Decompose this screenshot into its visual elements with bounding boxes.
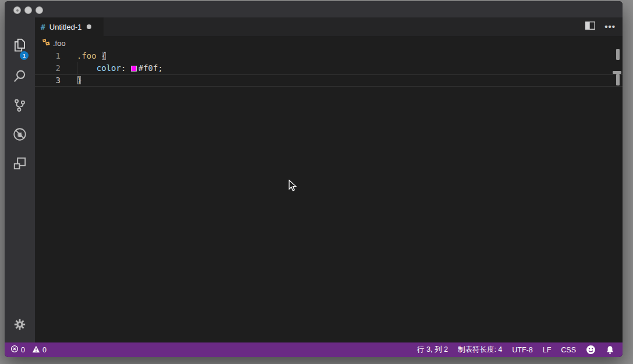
- code-line[interactable]: 2 color: #f0f;: [35, 62, 623, 74]
- error-count: 0: [21, 346, 25, 354]
- status-bar: 0 0 行 3, 列 2 制表符长度: 4 UTF-8 LF CSS: [5, 342, 623, 357]
- sidebar-item-explorer[interactable]: 1: [5, 38, 35, 56]
- tab-untitled-1[interactable]: # Untitled-1: [35, 17, 104, 36]
- code-line[interactable]: 1 .foo {: [35, 50, 623, 62]
- css-file-icon: #: [41, 23, 45, 31]
- problems-warnings[interactable]: 0: [32, 345, 47, 355]
- editor[interactable]: 1 .foo { 2 color: #f0f; 3 }: [35, 50, 623, 342]
- warning-count: 0: [42, 346, 47, 354]
- tab-label: Untitled-1: [49, 23, 82, 31]
- close-brace: }: [77, 76, 81, 85]
- color-swatch[interactable]: [131, 66, 137, 72]
- sidebar-item-search[interactable]: [5, 69, 35, 86]
- gear-icon: [13, 318, 26, 333]
- sidebar-item-debug[interactable]: [5, 127, 35, 144]
- line-number: 1: [35, 50, 61, 62]
- code-line-active[interactable]: 3 }: [35, 74, 623, 87]
- line-number: 3: [35, 75, 61, 86]
- overview-ruler-mark: [616, 49, 620, 60]
- minimize-button[interactable]: [24, 6, 32, 14]
- notifications-bell-icon[interactable]: [606, 345, 614, 355]
- activity-bar: 1: [5, 17, 35, 342]
- git-branch-icon: [12, 98, 27, 115]
- eol-indicator[interactable]: LF: [543, 346, 552, 354]
- warning-icon: [32, 345, 40, 355]
- language-mode[interactable]: CSS: [561, 346, 576, 354]
- modified-indicator[interactable]: [87, 24, 91, 29]
- cursor-position[interactable]: 行 3, 列 2: [417, 345, 448, 355]
- symbol-class-icon: [42, 38, 51, 49]
- open-brace: {: [101, 51, 106, 60]
- feedback-smiley-icon[interactable]: [586, 345, 596, 355]
- error-icon: [10, 345, 19, 355]
- indent-guide: [77, 62, 77, 74]
- problems-errors[interactable]: 0: [10, 345, 25, 355]
- zoom-button[interactable]: [35, 6, 43, 14]
- manage-button[interactable]: [5, 317, 35, 334]
- css-value: #f0f;: [138, 63, 163, 73]
- sidebar-item-extensions[interactable]: [5, 156, 35, 173]
- more-actions-button[interactable]: •••: [604, 24, 616, 30]
- search-icon: [12, 69, 27, 86]
- tab-bar: # Untitled-1 •••: [35, 17, 623, 36]
- css-property: color: [97, 63, 121, 73]
- breadcrumb-symbol[interactable]: .foo: [53, 39, 66, 48]
- extensions-icon: [12, 156, 27, 173]
- tab-size-indicator[interactable]: 制表符长度: 4: [458, 345, 502, 355]
- debug-icon: [12, 127, 27, 144]
- encoding-indicator[interactable]: UTF-8: [512, 346, 532, 354]
- explorer-badge: 1: [20, 51, 29, 60]
- overview-ruler-mark: [616, 74, 620, 85]
- close-button[interactable]: [13, 6, 21, 14]
- css-selector: .foo: [77, 51, 101, 60]
- sidebar-item-source-control[interactable]: [5, 98, 35, 115]
- title-bar[interactable]: [5, 1, 623, 17]
- split-editor-button[interactable]: [585, 22, 595, 32]
- line-number: 2: [35, 62, 61, 74]
- vscode-window: 1: [5, 1, 623, 357]
- breadcrumb: .foo: [35, 36, 623, 50]
